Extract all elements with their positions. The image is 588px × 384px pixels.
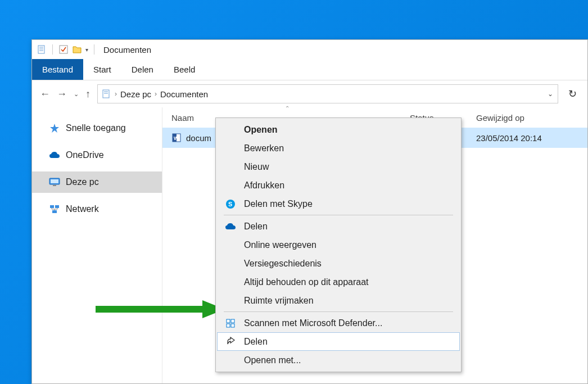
menu-beeld[interactable]: Beeld [164, 59, 205, 80]
ctx-new[interactable]: Nieuw [217, 157, 460, 176]
breadcrumb-expand-icon[interactable]: ⌄ [548, 90, 553, 98]
ctx-open-with[interactable]: Openen met... [217, 351, 460, 369]
chevron-icon[interactable]: › [115, 90, 117, 98]
sidebar-item-label: Netwerk [66, 204, 99, 214]
svg-rect-5 [103, 90, 109, 98]
svg-rect-4 [60, 46, 67, 53]
checkbox-icon[interactable] [58, 44, 69, 55]
menu-start[interactable]: Start [83, 59, 121, 80]
sidebar-item-this-pc[interactable]: Deze pc [32, 171, 162, 193]
refresh-button[interactable]: ↻ [563, 84, 582, 103]
svg-rect-20 [231, 319, 234, 323]
document-icon [101, 89, 111, 99]
context-separator [224, 215, 453, 215]
breadcrumb-folder[interactable]: Documenten [160, 89, 208, 99]
sidebar-item-network[interactable]: Netwerk [32, 198, 162, 220]
annotation-arrow [93, 298, 228, 320]
word-icon: W [171, 133, 182, 143]
sidebar-item-label: Snelle toegang [66, 123, 126, 133]
sidebar-item-label: OneDrive [66, 150, 104, 160]
svg-text:W: W [174, 135, 179, 141]
separator [52, 44, 53, 55]
ctx-skype[interactable]: S Delen met Skype [217, 195, 460, 213]
forward-button[interactable]: → [57, 88, 67, 100]
ctx-history[interactable]: Versiegeschiedenis [217, 254, 460, 273]
svg-rect-19 [227, 319, 230, 323]
recent-dropdown[interactable]: ⌄ [74, 91, 79, 98]
qat-dropdown-icon[interactable]: ▾ [85, 47, 88, 53]
ctx-print[interactable]: Afdrukken [217, 176, 460, 195]
cloud-icon [49, 150, 60, 161]
svg-rect-13 [52, 210, 57, 213]
context-separator [224, 311, 453, 312]
nav-buttons: ← → ⌄ ↑ [38, 88, 93, 100]
navbar: ← → ⌄ ↑ › Deze pc › Documenten ⌄ ↻ [32, 80, 587, 107]
ctx-share-cloud[interactable]: Delen [217, 217, 460, 236]
titlebar: ▾ Documenten [32, 40, 587, 59]
separator [94, 44, 94, 55]
content-area: ⌃ Naam Status Gewijzigd op W docum 23/05… [162, 107, 587, 383]
ctx-edit[interactable]: Bewerken [217, 139, 460, 157]
window-title: Documenten [103, 45, 151, 55]
ctx-defender[interactable]: Scannen met Microsoft Defender... [217, 314, 460, 332]
sidebar-item-label: Deze pc [66, 177, 99, 187]
explorer-window: ▾ Documenten Bestand Start Delen Beeld ←… [31, 39, 588, 384]
ctx-keep-device[interactable]: Altijd behouden op dit apparaat [217, 273, 460, 291]
sidebar: Snelle toegang OneDrive Deze pc [32, 107, 162, 383]
document-icon [37, 44, 47, 55]
menubar: Bestand Start Delen Beeld [32, 59, 587, 80]
ctx-share[interactable]: Delen [217, 332, 460, 351]
skype-icon: S [225, 198, 236, 210]
svg-text:S: S [228, 201, 232, 207]
menu-delen[interactable]: Delen [121, 59, 164, 80]
star-icon [49, 123, 60, 134]
ctx-open[interactable]: Openen [217, 120, 460, 139]
sort-indicator-icon: ⌃ [285, 105, 290, 111]
svg-rect-0 [38, 46, 44, 53]
ctx-view-online[interactable]: Online weergeven [217, 236, 460, 254]
file-name: docum [186, 133, 211, 143]
up-button[interactable]: ↑ [85, 88, 91, 100]
menu-bestand[interactable]: Bestand [32, 59, 83, 80]
svg-rect-21 [227, 324, 230, 327]
svg-rect-9 [51, 179, 58, 183]
file-date-cell: 23/05/2014 20:14 [476, 133, 587, 143]
breadcrumb[interactable]: › Deze pc › Documenten ⌄ [97, 84, 558, 103]
ctx-free-space[interactable]: Ruimte vrijmaken [217, 291, 460, 310]
svg-rect-11 [50, 205, 54, 208]
body: Snelle toegang OneDrive Deze pc [32, 107, 587, 383]
network-icon [49, 204, 60, 215]
shield-icon [225, 318, 236, 329]
svg-rect-22 [231, 324, 234, 327]
back-button[interactable]: ← [40, 88, 50, 100]
cloud-icon [225, 221, 236, 232]
svg-rect-10 [53, 185, 56, 186]
column-header-modified[interactable]: Gewijzigd op [476, 113, 587, 123]
breadcrumb-root[interactable]: Deze pc [120, 89, 151, 99]
chevron-icon[interactable]: › [155, 90, 157, 98]
context-menu: Openen Bewerken Nieuw Afdrukken S Delen … [215, 118, 462, 372]
svg-rect-12 [55, 205, 59, 208]
sidebar-item-onedrive[interactable]: OneDrive [32, 144, 162, 166]
share-icon [225, 336, 237, 347]
folder-icon[interactable] [72, 44, 82, 55]
sidebar-item-quick-access[interactable]: Snelle toegang [32, 118, 162, 139]
monitor-icon [49, 177, 60, 188]
